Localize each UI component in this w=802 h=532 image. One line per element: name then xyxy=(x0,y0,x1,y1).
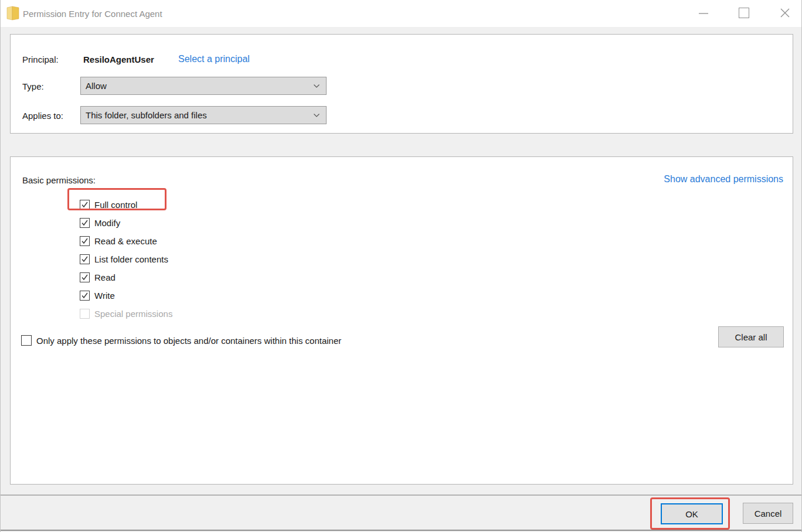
permission-label: List folder contents xyxy=(94,254,168,264)
permissions-list: Full control Modify Read & execute List … xyxy=(80,196,172,323)
window-bottom-edge xyxy=(1,530,801,531)
checkmark-icon xyxy=(81,292,89,299)
permission-row[interactable]: List folder contents xyxy=(80,250,172,268)
permission-label: Special permissions xyxy=(94,309,172,319)
permission-checkbox[interactable] xyxy=(80,236,90,246)
permission-label: Read & execute xyxy=(94,236,157,246)
principal-panel: Principal: ResiloAgentUser Select a prin… xyxy=(10,34,793,134)
close-button[interactable] xyxy=(776,4,794,22)
type-label: Type: xyxy=(22,80,44,93)
permission-checkbox[interactable] xyxy=(80,200,90,210)
permission-label: Modify xyxy=(94,218,120,228)
clear-all-button[interactable]: Clear all xyxy=(718,326,784,347)
clear-all-label: Clear all xyxy=(735,332,767,342)
type-dropdown-value: Allow xyxy=(86,81,107,91)
permission-row[interactable]: Full control xyxy=(80,196,172,214)
permission-row[interactable]: Read xyxy=(80,268,172,287)
applies-to-dropdown[interactable]: This folder, subfolders and files xyxy=(80,106,327,124)
ok-label: OK xyxy=(685,509,698,519)
footer-separator xyxy=(1,495,801,496)
permission-entry-dialog: Permission Entry for Connect Agent Princ… xyxy=(0,0,802,532)
basic-permissions-heading: Basic permissions: xyxy=(22,173,96,186)
permission-row[interactable]: Special permissions xyxy=(80,305,172,323)
only-apply-checkbox[interactable] xyxy=(21,335,32,346)
permission-checkbox[interactable] xyxy=(80,218,90,228)
chevron-down-icon xyxy=(313,84,320,88)
window-title: Permission Entry for Connect Agent xyxy=(23,0,162,27)
checkmark-icon xyxy=(81,237,89,245)
checkmark-icon xyxy=(81,255,89,263)
select-principal-link[interactable]: Select a principal xyxy=(178,52,250,66)
applies-to-label: Applies to: xyxy=(22,109,63,122)
permission-checkbox[interactable] xyxy=(80,272,90,282)
maximize-button[interactable] xyxy=(735,4,753,22)
chevron-down-icon xyxy=(313,113,320,118)
permissions-panel: Basic permissions: Show advanced permiss… xyxy=(10,156,793,485)
titlebar: Permission Entry for Connect Agent xyxy=(1,0,801,27)
show-advanced-permissions-link[interactable]: Show advanced permissions xyxy=(664,172,783,186)
permission-row[interactable]: Write xyxy=(80,287,172,305)
maximize-icon xyxy=(739,8,749,18)
permission-label: Read xyxy=(94,272,115,282)
folder-icon xyxy=(6,6,19,21)
applies-to-dropdown-value: This folder, subfolders and files xyxy=(86,110,207,120)
permission-checkbox[interactable] xyxy=(80,309,90,319)
permission-checkbox[interactable] xyxy=(80,254,90,264)
only-apply-row[interactable]: Only apply these permissions to objects … xyxy=(21,330,341,350)
cancel-button[interactable]: Cancel xyxy=(743,503,793,524)
cancel-label: Cancel xyxy=(755,509,782,519)
ok-button[interactable]: OK xyxy=(661,503,723,524)
type-dropdown[interactable]: Allow xyxy=(80,77,327,95)
minimize-icon xyxy=(699,13,708,14)
permission-label: Full control xyxy=(94,200,137,210)
permission-label: Write xyxy=(94,291,115,301)
checkmark-icon xyxy=(81,201,89,209)
principal-label: Principal: xyxy=(22,53,59,66)
permission-row[interactable]: Read & execute xyxy=(80,232,172,250)
close-icon xyxy=(779,7,791,19)
only-apply-label: Only apply these permissions to objects … xyxy=(36,336,341,346)
permission-checkbox[interactable] xyxy=(80,291,90,301)
checkmark-icon xyxy=(81,274,89,281)
minimize-button[interactable] xyxy=(695,5,712,22)
permission-row[interactable]: Modify xyxy=(80,214,172,232)
principal-value: ResiloAgentUser xyxy=(83,53,154,66)
checkmark-icon xyxy=(81,219,89,227)
